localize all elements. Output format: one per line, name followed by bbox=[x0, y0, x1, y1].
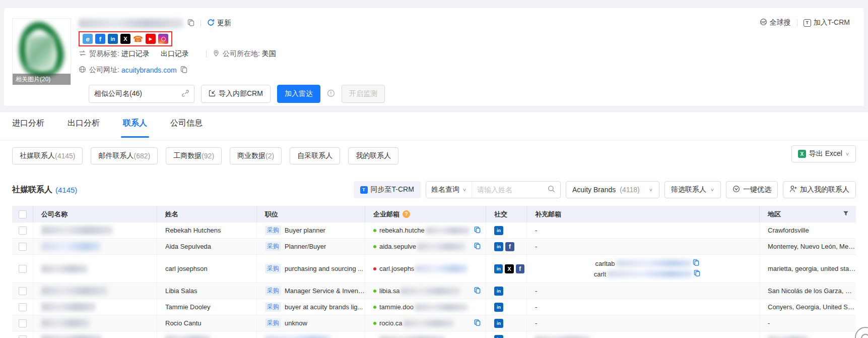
social-links-box: e f in X ☎ ▶ bbox=[79, 31, 172, 46]
select-all-checkbox[interactable] bbox=[19, 210, 27, 218]
contact-name: Tammie Dooley bbox=[165, 303, 211, 311]
region: marietta, georgia, united states bbox=[768, 265, 856, 272]
filter-funnel-icon[interactable] bbox=[843, 210, 849, 218]
job-title: Buyer planner bbox=[285, 227, 325, 234]
import-crm-button[interactable]: 导入内部CRM bbox=[201, 85, 271, 103]
row-checkbox[interactable] bbox=[19, 227, 27, 235]
filter-social-contacts[interactable]: 社媒联系人(4145) bbox=[12, 147, 83, 164]
question-icon[interactable]: ? bbox=[403, 210, 410, 218]
row-checkbox[interactable] bbox=[19, 265, 27, 273]
info-icon[interactable] bbox=[327, 89, 335, 99]
export-excel-button[interactable]: X 导出 Excel ∨ bbox=[791, 145, 856, 162]
linkedin-icon[interactable]: in bbox=[494, 226, 503, 235]
region: Conyers, Georgia, United Stat... bbox=[768, 303, 856, 311]
copy-icon[interactable] bbox=[187, 19, 194, 28]
x-twitter-icon[interactable]: X bbox=[505, 264, 513, 273]
job-title: buyer at acuity brands lig... bbox=[285, 303, 363, 311]
tab-contacts[interactable]: 联系人 bbox=[123, 118, 147, 138]
trade-tag-import[interactable]: 进口记录 bbox=[121, 49, 150, 59]
filter-email-contacts[interactable]: 邮件联系人(682) bbox=[91, 147, 158, 164]
update-button[interactable]: 更新 bbox=[207, 19, 231, 28]
youtube-icon[interactable]: ▶ bbox=[146, 34, 156, 44]
region: - bbox=[768, 319, 770, 327]
facebook-icon[interactable]: f bbox=[516, 264, 524, 273]
copy-icon[interactable] bbox=[474, 319, 481, 327]
contact-name: Libia Salas bbox=[165, 287, 197, 295]
filter-commercial-data[interactable]: 商业数据(2) bbox=[230, 147, 282, 164]
tabs-divider bbox=[0, 140, 868, 140]
role-tag: 采购 bbox=[265, 226, 281, 235]
related-images-label[interactable]: 相关图片(20) bbox=[13, 74, 71, 85]
row-checkbox[interactable] bbox=[19, 243, 27, 251]
copy-icon[interactable] bbox=[474, 287, 481, 295]
filter-my-contacts[interactable]: 我的联系人 bbox=[348, 147, 398, 164]
one-click-optimize-button[interactable]: 一键优选 bbox=[726, 181, 778, 198]
x-twitter-icon[interactable]: X bbox=[120, 34, 130, 44]
add-radar-button[interactable]: 加入雷达 bbox=[277, 85, 320, 103]
row-checkbox[interactable] bbox=[19, 287, 27, 295]
company-name-blurred bbox=[41, 265, 88, 273]
email-blurred bbox=[400, 288, 460, 295]
linkedin-icon[interactable]: in bbox=[494, 287, 503, 296]
company-logo[interactable]: 相关图片(20) bbox=[12, 18, 71, 85]
divider bbox=[206, 50, 207, 58]
contact-name: Aida Sepulveda bbox=[165, 243, 211, 250]
trade-tags-icon bbox=[79, 49, 86, 59]
region-blurred bbox=[768, 336, 808, 338]
sync-tcrm-button[interactable]: T 同步至T-CRM bbox=[354, 181, 421, 198]
copy-icon[interactable] bbox=[693, 259, 699, 267]
refresh-icon bbox=[207, 19, 215, 28]
role-tag: 采购 bbox=[265, 286, 281, 296]
linkedin-icon[interactable]: in bbox=[494, 335, 503, 338]
phone-icon[interactable]: ☎ bbox=[133, 34, 143, 44]
row-checkbox[interactable] bbox=[19, 303, 27, 311]
trade-tag-export[interactable]: 出口记录 bbox=[161, 49, 189, 59]
email-invalid-dot bbox=[373, 267, 376, 270]
company-name-blurred bbox=[41, 335, 102, 338]
start-monitor-button[interactable]: 开启监测 bbox=[342, 85, 385, 103]
tab-company-info[interactable]: 公司信息 bbox=[170, 118, 203, 138]
company-name-blurred bbox=[79, 19, 183, 28]
name-search-input[interactable] bbox=[472, 186, 548, 194]
add-my-contacts-button[interactable]: 加入我的联系人 bbox=[783, 181, 856, 198]
table-row-partial: in bbox=[12, 331, 856, 338]
row-checkbox[interactable] bbox=[19, 335, 27, 338]
copy-icon[interactable] bbox=[180, 66, 187, 75]
contact-name: Rebekah Hutchens bbox=[165, 227, 221, 234]
tab-export-analysis[interactable]: 出口分析 bbox=[68, 118, 100, 138]
linkedin-icon[interactable]: in bbox=[494, 303, 503, 312]
filter-business-registry[interactable]: 工商数据(92) bbox=[166, 147, 222, 164]
internet-explorer-icon[interactable]: e bbox=[83, 34, 93, 44]
extra-email: - bbox=[535, 303, 537, 311]
similar-companies-button[interactable]: 相似公司名(46) bbox=[89, 85, 194, 103]
copy-icon[interactable] bbox=[474, 227, 481, 235]
company-select[interactable]: Acuity Brands (4118) ∨ bbox=[566, 181, 659, 198]
linkedin-icon[interactable]: in bbox=[494, 264, 503, 273]
tab-import-analysis[interactable]: 进口分析 bbox=[12, 118, 44, 138]
name-query-select[interactable]: 姓名查询 ∨ bbox=[426, 182, 472, 198]
filter-self-collected[interactable]: 自采联系人 bbox=[290, 147, 340, 164]
instagram-icon[interactable] bbox=[158, 34, 168, 44]
facebook-icon[interactable]: f bbox=[95, 34, 105, 44]
website-label: 公司网址: bbox=[89, 66, 119, 75]
email-blurred bbox=[404, 320, 454, 327]
join-tcrm-button[interactable]: T 加入T-CRM bbox=[804, 18, 850, 27]
copy-icon[interactable] bbox=[694, 270, 700, 278]
tcrm-sync-icon: T bbox=[360, 186, 368, 194]
website-link[interactable]: acuitybrands.com bbox=[121, 66, 177, 74]
name-search-group: 姓名查询 ∨ bbox=[426, 181, 561, 198]
copy-icon[interactable] bbox=[474, 243, 481, 251]
filter-contacts-select[interactable]: 筛选联系人 ∨ bbox=[664, 181, 721, 198]
facebook-icon[interactable]: f bbox=[505, 242, 514, 251]
row-checkbox[interactable] bbox=[19, 319, 27, 327]
add-my-contacts-label: 加入我的联系人 bbox=[800, 185, 849, 194]
linkedin-icon[interactable]: in bbox=[108, 34, 118, 44]
divider bbox=[797, 19, 797, 26]
customer-service-icon[interactable] bbox=[855, 327, 868, 338]
search-icon[interactable] bbox=[548, 185, 560, 194]
global-search-button[interactable]: 全球搜 bbox=[760, 18, 791, 27]
extra-email-blurred bbox=[535, 336, 590, 338]
extra-email: - bbox=[535, 319, 537, 327]
linkedin-icon[interactable]: in bbox=[494, 319, 503, 328]
linkedin-icon[interactable]: in bbox=[494, 242, 503, 251]
